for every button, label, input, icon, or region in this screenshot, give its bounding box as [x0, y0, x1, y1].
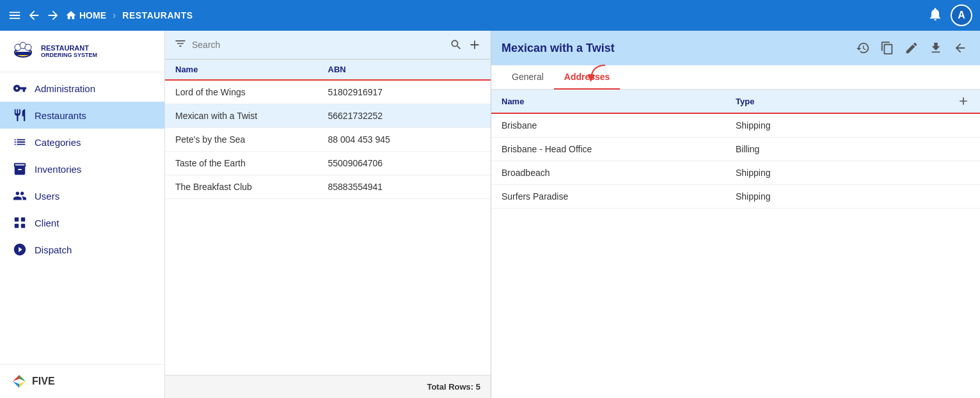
sidebar-label-dispatch: Dispatch: [35, 244, 72, 255]
row-abn: 85883554941: [328, 182, 481, 192]
col-abn-header: ABN: [328, 65, 481, 74]
sidebar-label-restaurants: Restaurants: [35, 110, 86, 121]
sidebar-item-categories[interactable]: Categories: [0, 129, 164, 155]
col-name-header: Name: [175, 65, 328, 74]
tab-addresses[interactable]: Addresses: [554, 65, 620, 90]
five-logo: FIVE: [10, 372, 154, 390]
sidebar-item-dispatch[interactable]: Dispatch: [0, 236, 164, 263]
breadcrumb-sep: ›: [113, 10, 116, 21]
list-row[interactable]: Taste of the Earth 55009064706: [165, 152, 491, 175]
sidebar-label-administration: Administration: [35, 83, 95, 94]
add-address-button[interactable]: [957, 95, 970, 107]
total-rows-label: Total Rows: 5: [427, 382, 480, 392]
logo-text: RESTAURANT ORDERING SYSTEM: [41, 44, 97, 58]
topbar-right: A: [928, 4, 972, 26]
svg-point-4: [25, 44, 31, 51]
restaurant-icon: [13, 108, 27, 122]
sidebar-item-administration[interactable]: Administration: [0, 75, 164, 102]
main-layout: RESTAURANT ORDERING SYSTEM Administratio…: [0, 31, 980, 398]
category-icon: [13, 135, 27, 149]
row-name: The Breakfast Club: [175, 182, 328, 192]
list-footer: Total Rows: 5: [165, 375, 491, 398]
client-icon: [13, 216, 27, 230]
row-abn: 88 004 453 945: [328, 134, 481, 145]
detail-panel: Mexican with a Twist: [491, 31, 980, 398]
history-button[interactable]: [853, 38, 873, 58]
detail-row[interactable]: Brisbane - Head Office Billing: [491, 138, 980, 161]
logo-icon: [10, 38, 36, 64]
home-link[interactable]: HOME: [65, 10, 106, 21]
row-abn: 55009064706: [328, 158, 481, 168]
detail-header: Mexican with a Twist: [491, 31, 980, 65]
user-avatar[interactable]: A: [951, 4, 972, 26]
detail-row-name: Surfers Paradise: [502, 191, 736, 202]
list-row[interactable]: Pete's by the Sea 88 004 453 945: [165, 128, 491, 152]
detail-table-header: Name Type: [491, 90, 980, 114]
detail-title: Mexican with a Twist: [502, 42, 848, 55]
sidebar-item-client[interactable]: Client: [0, 209, 164, 236]
row-abn: 51802916917: [328, 87, 481, 97]
tab-general[interactable]: General: [502, 65, 554, 90]
topbar: HOME › RESTAURANTS A: [0, 0, 980, 31]
detail-row[interactable]: Brisbane Shipping: [491, 114, 980, 138]
detail-row[interactable]: Surfers Paradise Shipping: [491, 185, 980, 209]
sidebar-label-users: Users: [35, 191, 59, 202]
list-table-header: Name ABN: [165, 60, 491, 81]
notification-bell[interactable]: [928, 6, 943, 24]
search-input[interactable]: [192, 40, 445, 50]
detail-row-name: Brisbane - Head Office: [502, 144, 736, 154]
detail-content: Name Type Brisbane Shipping Brisbane - H…: [491, 90, 980, 398]
detail-row[interactable]: Broadbeach Shipping: [491, 161, 980, 185]
detail-col-type-header: Type: [736, 97, 754, 106]
detail-tabs: General Addresses: [491, 65, 980, 90]
sidebar-item-restaurants[interactable]: Restaurants: [0, 102, 164, 129]
content-area: Name ABN Lord of the Wings 51802916917 M…: [165, 31, 980, 398]
detail-row-type: Billing: [736, 144, 970, 154]
list-row[interactable]: The Breakfast Club 85883554941: [165, 175, 491, 199]
svg-rect-7: [21, 218, 25, 221]
home-label: HOME: [79, 10, 106, 20]
svg-rect-6: [15, 218, 19, 221]
five-logo-icon: [10, 372, 28, 390]
sidebar-nav: Administration Restaurants Categories: [0, 72, 164, 364]
search-button[interactable]: [450, 38, 462, 51]
list-row[interactable]: Lord of the Wings 51802916917: [165, 81, 491, 104]
detail-header-right: Type: [736, 95, 970, 107]
download-button[interactable]: [926, 38, 945, 58]
sidebar-label-categories: Categories: [35, 137, 81, 148]
detail-row-name: Brisbane: [502, 120, 736, 131]
list-row[interactable]: Mexican with a Twist 56621732252: [165, 104, 491, 128]
users-icon: [13, 189, 27, 203]
row-name: Lord of the Wings: [175, 87, 328, 97]
forward-button[interactable]: [46, 8, 60, 22]
sidebar-item-users[interactable]: Users: [0, 182, 164, 209]
sidebar: RESTAURANT ORDERING SYSTEM Administratio…: [0, 31, 165, 398]
detail-row-type: Shipping: [736, 191, 970, 202]
dispatch-icon: [13, 243, 27, 257]
back-button[interactable]: [27, 8, 41, 22]
detail-col-name-header: Name: [502, 97, 736, 106]
list-toolbar: [165, 31, 491, 60]
sidebar-item-inventories[interactable]: Inventories: [0, 155, 164, 182]
five-logo-text: FIVE: [32, 376, 55, 387]
row-abn: 56621732252: [328, 111, 481, 121]
sidebar-label-client: Client: [35, 218, 59, 228]
list-table: Name ABN Lord of the Wings 51802916917 M…: [165, 60, 491, 375]
breadcrumb-restaurants: RESTAURANTS: [122, 10, 193, 20]
key-icon: [13, 81, 27, 95]
edit-button[interactable]: [902, 38, 921, 58]
row-name: Pete's by the Sea: [175, 134, 328, 145]
copy-button[interactable]: [878, 38, 897, 58]
add-button[interactable]: [468, 38, 482, 52]
row-name: Mexican with a Twist: [175, 111, 328, 121]
list-panel: Name ABN Lord of the Wings 51802916917 M…: [165, 31, 491, 398]
svg-rect-9: [21, 224, 25, 228]
sidebar-footer: FIVE: [0, 364, 164, 398]
back-detail-button[interactable]: [951, 38, 970, 58]
detail-row-type: Shipping: [736, 120, 970, 131]
inventory-icon: [13, 162, 27, 176]
menu-button[interactable]: [8, 8, 22, 22]
sidebar-logo: RESTAURANT ORDERING SYSTEM: [0, 31, 164, 72]
row-name: Taste of the Earth: [175, 158, 328, 168]
detail-row-name: Broadbeach: [502, 168, 736, 178]
